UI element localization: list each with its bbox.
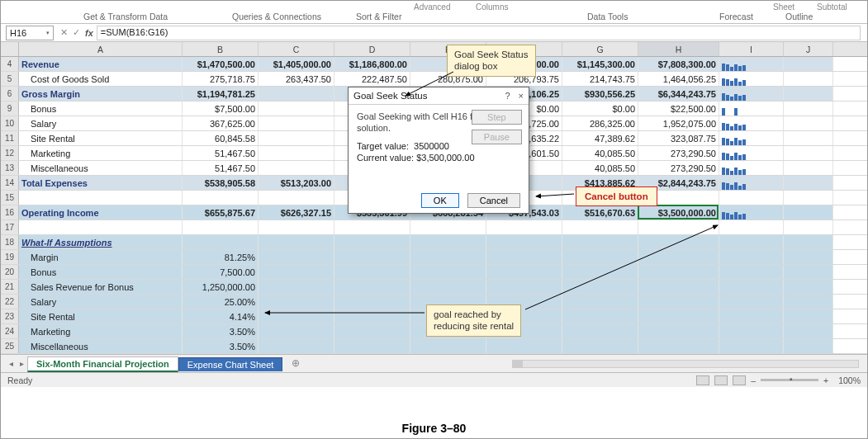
cell-value[interactable]: 286,325.00 [562, 116, 638, 130]
cell-value[interactable] [259, 146, 334, 160]
cell-value[interactable]: $1,186,800.00 [334, 57, 410, 71]
row-header[interactable]: 21 [1, 280, 19, 294]
cell-value[interactable]: 3.50% [183, 339, 259, 353]
row-label[interactable]: Salary [19, 295, 183, 309]
horizontal-scrollbar[interactable] [512, 360, 859, 368]
cell-value[interactable]: 4.14% [183, 309, 259, 323]
name-box[interactable]: H16 ▾ [6, 26, 54, 40]
cell-value[interactable] [259, 87, 334, 101]
row-header[interactable]: 11 [1, 131, 19, 145]
dialog-cancel-button[interactable]: Cancel [467, 193, 520, 208]
cell-value[interactable] [259, 191, 334, 205]
row-header[interactable]: 6 [1, 87, 19, 101]
cell-value[interactable]: $655,875.67 [183, 205, 259, 220]
row-header[interactable]: 13 [1, 161, 19, 175]
row-header[interactable]: 22 [1, 295, 19, 309]
cell-value[interactable] [562, 250, 638, 264]
cell-value[interactable] [486, 339, 562, 353]
col-header-G[interactable]: G [562, 42, 638, 56]
cell-value[interactable] [259, 101, 334, 116]
cell-value[interactable] [562, 295, 638, 309]
cell-value[interactable]: 81.25% [183, 250, 259, 264]
row-header[interactable]: 5 [1, 72, 19, 86]
cell-value[interactable]: $516,670.63 [562, 205, 638, 220]
cell-value[interactable] [410, 235, 486, 249]
grid-row[interactable]: 4Revenue$1,470,500.00$1,405,000.00$1,186… [1, 57, 867, 72]
cell-value[interactable]: 51,467.50 [183, 146, 259, 160]
cell-value[interactable] [183, 191, 259, 205]
row-header[interactable]: 4 [1, 57, 19, 71]
row-header[interactable]: 10 [1, 116, 19, 130]
cell-value[interactable] [410, 250, 486, 264]
row-header[interactable]: 17 [1, 220, 19, 234]
cell-value[interactable] [259, 265, 334, 279]
cell-value[interactable] [410, 265, 486, 279]
row-label[interactable] [19, 191, 183, 205]
cell-value[interactable]: $513,203.00 [259, 176, 334, 190]
cell-value[interactable] [334, 295, 410, 309]
row-label[interactable]: Revenue [19, 57, 183, 71]
zoom-level[interactable]: 100% [838, 375, 861, 385]
cell-value[interactable]: $1,405,000.00 [259, 57, 334, 71]
cell-value[interactable] [486, 220, 562, 234]
grid-row[interactable]: 19Margin81.25% [1, 250, 867, 265]
name-box-dropdown-icon[interactable]: ▾ [46, 30, 50, 36]
enter-formula-icon[interactable]: ✓ [73, 27, 80, 38]
cell-value[interactable]: 40,085.50 [562, 146, 638, 160]
cell-value[interactable]: $930,556.25 [562, 87, 638, 101]
cell-value[interactable] [486, 250, 562, 264]
zoom-slider[interactable] [761, 379, 818, 381]
cell-value[interactable] [638, 235, 719, 249]
row-label[interactable]: Miscellaneous [19, 339, 183, 353]
cell-value[interactable] [638, 250, 719, 264]
cell-value[interactable] [259, 161, 334, 175]
row-label[interactable]: Cost of Goods Sold [19, 72, 183, 86]
cell-value[interactable] [259, 309, 334, 323]
cell-value[interactable] [259, 280, 334, 294]
row-label[interactable]: Site Rental [19, 131, 183, 145]
cell-value[interactable] [183, 235, 259, 249]
cell-value[interactable] [638, 265, 719, 279]
row-header[interactable]: 24 [1, 324, 19, 338]
ribbon-text-to-columns[interactable]: Columns [476, 2, 508, 12]
dialog-step-button[interactable]: Step [472, 110, 522, 125]
cell-value[interactable] [562, 339, 638, 353]
cell-value[interactable] [259, 235, 334, 249]
cell-value[interactable]: 263,437.50 [259, 72, 334, 86]
tab-nav-next[interactable]: ▸ [17, 359, 27, 368]
grid-row[interactable]: 17 [1, 220, 867, 235]
grid-row[interactable]: 25Miscellaneous3.50% [1, 339, 867, 354]
cell-value[interactable] [334, 280, 410, 294]
view-page-break-icon[interactable] [733, 375, 746, 385]
cell-value[interactable]: 222,487.50 [334, 72, 410, 86]
cell-value[interactable] [259, 250, 334, 264]
col-header-B[interactable]: B [183, 42, 259, 56]
row-label[interactable]: Salary [19, 116, 183, 130]
cell-value[interactable]: $538,905.58 [183, 176, 259, 190]
cell-value[interactable] [259, 116, 334, 130]
row-label[interactable]: Gross Margin [19, 87, 183, 101]
cell-value[interactable] [334, 235, 410, 249]
cell-value[interactable]: 51,467.50 [183, 161, 259, 175]
row-label[interactable] [19, 220, 183, 234]
cell-value[interactable] [562, 280, 638, 294]
cell-value[interactable]: 323,087.75 [638, 131, 719, 145]
row-header[interactable]: 14 [1, 176, 19, 190]
col-header-A[interactable]: A [19, 42, 183, 56]
grid-row[interactable]: 21Sales Revenue for Bonus1,250,000.00 [1, 280, 867, 295]
cell-value[interactable]: 1,464,056.25 [638, 72, 719, 86]
tab-six-month[interactable]: Six-Month Financial Projection [27, 356, 178, 372]
fx-icon[interactable]: fx [85, 28, 93, 38]
cell-value[interactable]: 47,389.62 [562, 131, 638, 145]
view-normal-icon[interactable] [696, 375, 709, 385]
col-header-C[interactable]: C [259, 42, 334, 56]
col-header-I[interactable]: I [719, 42, 784, 56]
cell-value[interactable] [562, 309, 638, 323]
cell-value[interactable] [334, 339, 410, 353]
cell-value[interactable] [259, 220, 334, 234]
col-header-H[interactable]: H [638, 42, 719, 56]
row-label[interactable]: Marketing [19, 324, 183, 338]
col-header-D[interactable]: D [334, 42, 410, 56]
row-header[interactable]: 20 [1, 265, 19, 279]
cell-value[interactable] [259, 131, 334, 145]
